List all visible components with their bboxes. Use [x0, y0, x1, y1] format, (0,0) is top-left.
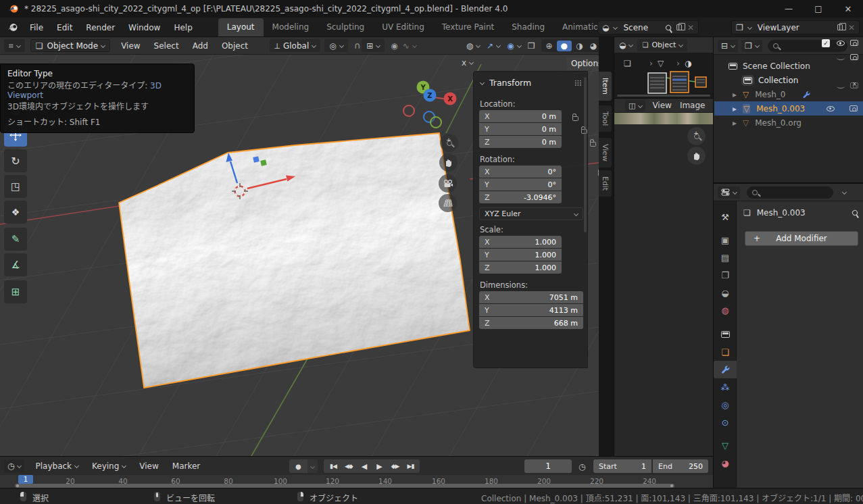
workspace-tab-texture-paint[interactable]: Texture Paint — [433, 18, 503, 36]
xray-toggle-icon[interactable]: ❐ — [528, 41, 535, 51]
current-frame-field[interactable]: 1 — [524, 459, 572, 473]
viewport-zoom-button[interactable]: + — [440, 134, 458, 152]
show-object-types-icon[interactable]: ◍ — [466, 41, 473, 51]
dimensions-x-field[interactable]: X7051 m — [479, 291, 583, 303]
properties-tab-physics[interactable]: ◎ — [714, 396, 737, 413]
properties-tab-particles[interactable]: ⁂ — [714, 378, 737, 396]
viewport-menu-view[interactable]: View — [114, 41, 147, 51]
rotation-z-field[interactable]: Z-3.0946° — [479, 191, 562, 203]
jump-prev-keyframe-button[interactable]: ◀◆ — [341, 463, 357, 470]
tool-scale[interactable]: ◳ — [4, 175, 27, 198]
shader-editor-type-icon[interactable]: ◒ — [619, 41, 626, 50]
header-overflow-item[interactable]: x — [462, 58, 473, 68]
collection-render-icon[interactable] — [850, 40, 858, 46]
menu-window[interactable]: Window — [122, 23, 167, 32]
mesh0003-hide-icon[interactable] — [827, 106, 835, 111]
image-pan-button[interactable] — [687, 147, 706, 165]
timeline-editor-type-button[interactable]: ◷ — [4, 459, 24, 472]
scene-unlink-icon[interactable]: ✕ — [687, 23, 698, 32]
sidebar-tab-view[interactable]: View — [599, 137, 612, 168]
scale-y-field[interactable]: Y1.000 — [479, 249, 562, 261]
auto-keying-button[interactable]: ● — [289, 459, 307, 473]
viewport-3d[interactable]: Y Z X + Transform Location: X0 m Y0 m Z0… — [0, 37, 614, 456]
expand-icon[interactable]: ▸ — [733, 118, 737, 128]
outliner-row-mesh0003[interactable]: ▸ ▽ Mesh_0.003 — [714, 101, 863, 116]
viewport-menu-select[interactable]: Select — [147, 41, 186, 51]
collection-checkbox[interactable]: ✓ — [822, 39, 830, 47]
tool-annotate[interactable]: ✎ — [4, 228, 27, 251]
location-z-field[interactable]: Z0 m — [479, 136, 562, 148]
workspace-tab-uv-editing[interactable]: UV Editing — [373, 18, 433, 36]
shader-type-dropdown[interactable]: ❏ Object — [637, 39, 687, 51]
menu-help[interactable]: Help — [167, 23, 199, 32]
jump-to-end-button[interactable]: ▶▮ — [403, 463, 418, 470]
jump-next-keyframe-button[interactable]: ◆▶ — [387, 463, 403, 470]
tool-transform[interactable]: ❖ — [4, 201, 27, 224]
scene-copy-icon[interactable] — [676, 24, 682, 30]
stopwatch-icon[interactable]: ◷ — [578, 462, 585, 472]
play-button[interactable]: ▶ — [372, 462, 387, 471]
properties-tab-scene[interactable]: ◒ — [714, 284, 737, 301]
node-editor-scrollbar[interactable] — [617, 95, 710, 97]
navigation-gizmo[interactable]: Y Z X — [395, 74, 470, 149]
workspace-tab-sculpting[interactable]: Sculpting — [318, 18, 373, 36]
viewport-editor-type-button[interactable]: ⌗ — [4, 39, 25, 52]
tool-rotate[interactable]: ↻ — [4, 149, 27, 172]
scene-pin-icon[interactable] — [665, 24, 672, 31]
image-editor-type-button[interactable]: ◫ — [625, 100, 645, 111]
close-button[interactable]: ✕ — [833, 0, 863, 18]
workspace-tab-modeling[interactable]: Modeling — [264, 18, 318, 36]
pivot-point-dropdown[interactable]: ◎ — [324, 39, 347, 52]
dimensions-y-field[interactable]: Y4113 m — [479, 304, 583, 316]
viewport-menu-add[interactable]: Add — [186, 41, 215, 51]
panel-drag-handle-icon[interactable] — [574, 80, 582, 86]
viewlayer-remove-icon[interactable]: ✕ — [848, 23, 859, 32]
overlays-toggle-icon[interactable]: ◉ — [507, 41, 514, 51]
tool-add-cube[interactable]: ⊞ — [4, 280, 27, 303]
properties-tab-material[interactable]: ◕ — [714, 454, 737, 472]
viewport-camera-button[interactable] — [439, 174, 457, 193]
collection-hide-icon[interactable] — [837, 41, 845, 46]
auto-keying-options[interactable] — [307, 459, 318, 473]
workspace-tab-layout[interactable]: Layout — [218, 18, 264, 36]
gizmos-toggle-icon[interactable]: ↗ — [487, 41, 493, 51]
mesh0org-hide-icon[interactable] — [837, 84, 845, 89]
orientation-dropdown[interactable]: ⟂ Global — [270, 39, 320, 52]
properties-tab-data[interactable]: ▽ — [714, 436, 737, 454]
viewport-menu-object[interactable]: Object — [215, 41, 255, 51]
outliner-row-mesh0[interactable]: ▸ ▽ Mesh_0 — [733, 88, 810, 101]
viewport-pan-button[interactable] — [439, 153, 458, 172]
timeline-menu-view[interactable]: View — [132, 461, 165, 471]
properties-tab-collection[interactable] — [714, 326, 737, 343]
properties-tab-output[interactable]: ▤ — [714, 249, 737, 266]
falloff-dropdown-icon[interactable]: ∿ — [403, 41, 410, 51]
viewlayer-copy-icon[interactable] — [837, 24, 843, 30]
scene-selector[interactable]: ◒ Scene ✕ — [597, 20, 699, 34]
properties-tab-render[interactable]: ▣ — [714, 231, 737, 249]
jump-to-start-button[interactable]: ▮◀ — [326, 463, 341, 470]
mesh0-hide-icon[interactable] — [837, 55, 845, 60]
scale-z-field[interactable]: Z1.000 — [479, 261, 562, 274]
transform-panel-title[interactable]: Transform — [489, 78, 531, 88]
menu-render[interactable]: Render — [79, 23, 122, 32]
shading-solid-icon[interactable]: ● — [557, 41, 572, 51]
tool-measure[interactable]: ∡ — [4, 253, 27, 276]
rotation-y-field[interactable]: Y0° — [479, 178, 562, 191]
snap-toggle-icon[interactable]: ∩ — [354, 41, 361, 51]
viewport-ortho-toggle-button[interactable] — [439, 194, 457, 212]
dimensions-z-field[interactable]: Z668 m — [479, 317, 583, 329]
mesh0003-render-icon[interactable] — [849, 105, 858, 111]
maximize-button[interactable]: □ — [804, 0, 833, 18]
properties-pin-icon[interactable] — [851, 209, 858, 216]
properties-options-chevron[interactable] — [842, 190, 847, 195]
location-z-lock-icon[interactable] — [590, 142, 596, 147]
properties-tab-modifiers[interactable] — [714, 361, 737, 378]
minimize-button[interactable]: — — [774, 0, 804, 18]
timeline-menu-marker[interactable]: Marker — [166, 461, 207, 471]
properties-tab-viewlayer[interactable]: ❐ — [714, 266, 737, 284]
properties-tab-world[interactable]: ◍ — [714, 301, 737, 319]
location-x-field[interactable]: X0 m — [479, 110, 562, 122]
outliner-row-collection[interactable]: Collection — [743, 74, 798, 87]
image-menu-view[interactable]: View — [652, 101, 671, 110]
mesh0-render-icon[interactable] — [850, 54, 858, 60]
